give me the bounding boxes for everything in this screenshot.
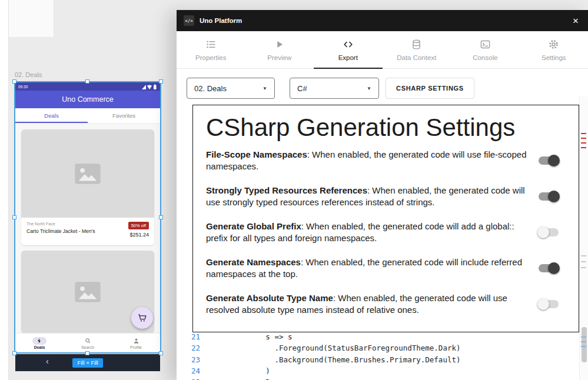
back-chevron-icon[interactable]: ‹ — [46, 356, 49, 366]
modal-title: CSharp Generation Settings — [206, 114, 563, 142]
scrollbar-thumb[interactable] — [582, 327, 587, 362]
tab-label: Console — [473, 54, 497, 61]
play-icon — [274, 39, 285, 50]
nav-item-profile[interactable]: Profile — [112, 334, 160, 352]
toggle-file-scope-namespaces[interactable] — [539, 156, 559, 165]
background-corner-panel — [9, 0, 54, 38]
code-text: ) — [204, 366, 270, 375]
minimap-mark — [581, 147, 586, 148]
product-card[interactable]: The North Face Carto Triclimate Jacket -… — [21, 129, 154, 245]
database-icon — [411, 39, 422, 50]
designer-page: 02. Deals 09:30 Uno Commerce Deals Favor… — [0, 0, 588, 380]
phone-preview-canvas[interactable]: 09:30 Uno Commerce Deals Favorites — [15, 82, 160, 352]
discount-badge: 50% off — [128, 222, 149, 229]
status-time: 09:30 — [18, 85, 28, 89]
setting-row-generate-namespaces: Generate Namespaces: When enabled, the g… — [206, 256, 563, 279]
code-text: Resources — [204, 378, 305, 380]
toggle-strongly-typed-resources[interactable] — [539, 192, 559, 201]
status-icons — [142, 84, 157, 89]
close-icon[interactable]: × — [570, 16, 581, 26]
minimap-mark — [581, 261, 586, 262]
background-left-strip — [0, 0, 9, 380]
line-number: 22 — [177, 344, 200, 352]
person-icon — [133, 338, 139, 344]
tab-settings[interactable]: Settings — [520, 31, 588, 68]
lightning-icon — [36, 338, 42, 344]
product-brand: The North Face — [26, 222, 95, 226]
toggle-generate-absolute-type-name[interactable] — [539, 300, 559, 308]
setting-row-generate-absolute-type-name: Generate Absolute Type Name: When enable… — [206, 292, 563, 315]
tab-export[interactable]: Export — [314, 31, 383, 68]
minimap-mark — [581, 346, 586, 347]
minimap-mark — [581, 267, 586, 268]
phone-content: The North Face Carto Triclimate Jacket -… — [15, 124, 160, 333]
csharp-settings-button[interactable]: CSHARP SETTINGS — [386, 78, 474, 99]
minimap-mark — [581, 133, 586, 134]
image-placeholder-icon — [74, 281, 101, 303]
toggle-generate-namespaces[interactable] — [539, 264, 559, 272]
code-line: 23 .Background(Theme.Brushes.Primary.Def… — [177, 354, 579, 365]
tab-label: Preview — [267, 54, 291, 61]
gear-icon — [548, 39, 559, 50]
size-chip[interactable]: Fill × Fill — [72, 358, 102, 368]
code-editor[interactable]: 21 s => s 22 .Foreground(StatusBarForegr… — [177, 328, 579, 380]
tab-data-context[interactable]: Data Context — [383, 31, 451, 68]
uno-platform-window: </> Uno Platform × Properties Preview Ex… — [177, 10, 588, 380]
setting-description: Generate Global Prefix: When enabled, th… — [206, 221, 533, 244]
minimap-mark — [581, 142, 586, 144]
code-text: s => s — [204, 332, 293, 341]
editor-minimap[interactable] — [579, 96, 588, 380]
tab-label: Settings — [542, 54, 566, 61]
line-number: 25 — [177, 378, 200, 380]
tab-label: Export — [338, 54, 358, 61]
page-select-value: 02. Deals — [194, 84, 227, 93]
cart-fab-button[interactable] — [131, 307, 153, 329]
window-titlebar: </> Uno Platform × — [177, 10, 588, 31]
phone-statusbar: 09:30 — [15, 82, 160, 91]
phone-bottom-nav: Deals Search Profile — [15, 333, 160, 352]
line-number: 21 — [177, 332, 200, 341]
phone-tab-favorites[interactable]: Favorites — [88, 108, 160, 123]
tab-label: Properties — [195, 54, 226, 61]
export-toolbar: 02. Deals ▼ C# ▼ CSHARP SETTINGS — [177, 69, 588, 99]
layout-size-bar: ‹ Fill × Fill — [15, 354, 160, 371]
uno-platform-logo-icon: </> — [184, 15, 194, 26]
line-number: 24 — [177, 366, 200, 375]
product-info: The North Face Carto Triclimate Jacket -… — [21, 218, 154, 245]
nav-item-search[interactable]: Search — [64, 334, 112, 352]
setting-row-generate-global-prefix: Generate Global Prefix: When enabled, th… — [206, 221, 563, 244]
list-icon — [205, 39, 217, 50]
code-icon — [343, 39, 354, 50]
phone-tab-deals[interactable]: Deals — [15, 108, 88, 123]
language-select[interactable]: C# ▼ — [290, 78, 379, 99]
nav-item-deals[interactable]: Deals — [15, 334, 64, 352]
csharp-settings-modal: CSharp Generation Settings File-Scope Na… — [192, 105, 579, 332]
tab-console[interactable]: Console — [451, 31, 520, 68]
minimap-mark — [581, 336, 586, 338]
chevron-down-icon: ▼ — [263, 86, 267, 91]
panel-tabbar: Properties Preview Export Data Context — [177, 31, 588, 69]
tab-properties[interactable]: Properties — [177, 31, 245, 68]
setting-description: Strongly Typed Resources References: Whe… — [206, 185, 533, 208]
nav-label: Search — [81, 345, 94, 349]
code-line: 22 .Foreground(StatusBarForegroundTheme.… — [177, 342, 579, 354]
language-select-value: C# — [297, 84, 307, 93]
setting-row-strongly-typed-resources: Strongly Typed Resources References: Whe… — [206, 185, 563, 208]
page-select[interactable]: 02. Deals ▼ — [187, 78, 275, 99]
product-image-placeholder — [21, 129, 154, 218]
setting-description: Generate Namespaces: When enabled, the g… — [206, 256, 533, 279]
tab-preview[interactable]: Preview — [245, 31, 314, 68]
phone-app-title: Uno Commerce — [62, 95, 114, 104]
toggle-generate-global-prefix[interactable] — [539, 228, 559, 236]
setting-description: File-Scope Namespaces: When enabled, the… — [206, 149, 533, 172]
code-text: .Foreground(StatusBarForegroundTheme.Dar… — [204, 344, 461, 352]
product-name: Carto Triclimate Jacket - Men's — [26, 228, 95, 234]
minimap-mark — [581, 255, 586, 256]
tab-label: Data Context — [397, 54, 436, 61]
setting-row-file-scope-namespaces: File-Scope Namespaces: When enabled, the… — [206, 149, 563, 172]
chevron-down-icon: ▼ — [367, 86, 371, 91]
nav-label: Deals — [34, 345, 45, 349]
code-line: 21 s => s — [177, 331, 579, 342]
code-line: 24 ) — [177, 365, 579, 376]
phone-appbar: Uno Commerce — [15, 91, 160, 108]
